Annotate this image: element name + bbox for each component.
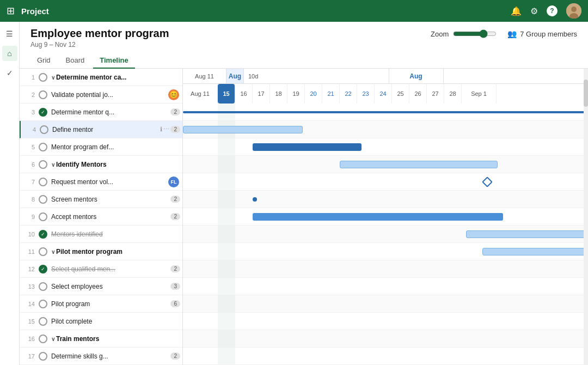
notification-icon[interactable]: 🔔: [511, 6, 522, 16]
task-row[interactable]: 6∨Identify Mentors: [20, 156, 182, 173]
nav-home[interactable]: ⌂: [2, 46, 17, 61]
gantt-day: 22: [340, 84, 357, 104]
gantt-day: 28: [444, 84, 462, 104]
row-check[interactable]: [37, 195, 49, 204]
gantt-row: [183, 191, 584, 208]
task-row[interactable]: 7Request mentor vol...FL: [20, 173, 182, 191]
row-check[interactable]: [37, 160, 49, 169]
row-check[interactable]: [37, 108, 49, 117]
gantt-area[interactable]: Aug 11 Aug 10d Aug: [183, 69, 584, 365]
row-check[interactable]: [37, 90, 49, 99]
check-circle: [39, 143, 47, 151]
check-circle: [40, 125, 48, 134]
row-check[interactable]: [37, 282, 49, 291]
row-check[interactable]: [37, 178, 49, 186]
row-check[interactable]: [37, 334, 49, 343]
info-icon[interactable]: ℹ: [160, 126, 162, 133]
task-list: 1∨Determine mentor ca...2Validate potent…: [20, 69, 183, 365]
project-dates: Aug 9 – Nov 12: [30, 41, 169, 48]
zoom-control: Zoom: [431, 29, 497, 38]
nav-check[interactable]: ✓: [2, 65, 17, 81]
group-members[interactable]: 👥 7 Group members: [507, 29, 577, 38]
task-row[interactable]: 9Accept mentors2: [20, 208, 182, 226]
tab-board[interactable]: Board: [59, 53, 91, 69]
task-name: Select employees: [49, 283, 170, 290]
task-row[interactable]: 15Pilot complete: [20, 313, 182, 330]
today-highlight: [218, 226, 235, 242]
gantt-bar: [482, 248, 584, 256]
gantt-day: 27: [427, 84, 444, 104]
scrollbar-thumb[interactable]: [584, 80, 588, 107]
gantt-row: [183, 208, 584, 226]
row-check[interactable]: [37, 73, 49, 82]
row-check[interactable]: [37, 212, 49, 221]
row-check[interactable]: [37, 230, 49, 239]
scrollbar-track[interactable]: [584, 69, 588, 365]
aug11-label: Aug 11: [195, 73, 214, 80]
gantt-month-aug11: Aug 11: [183, 69, 226, 83]
task-name: Select qualified men...: [49, 265, 170, 273]
settings-icon[interactable]: ⚙: [530, 6, 538, 16]
check-circle: [39, 90, 47, 99]
today-highlight: [218, 278, 235, 295]
task-row[interactable]: 16∨Train mentors: [20, 330, 182, 348]
task-row[interactable]: 10Mentors identified: [20, 226, 182, 243]
row-num: 16: [22, 336, 37, 342]
today-highlight: [218, 138, 235, 155]
app-container: ⊞ Project 🔔 ⚙ ? ☰ ⌂ ✓ Employee mentor pr…: [0, 0, 588, 365]
task-row[interactable]: 2Validate potential jo...😊: [20, 86, 182, 104]
task-avatar: 😊: [168, 89, 179, 100]
task-row[interactable]: 8Screen mentors2: [20, 191, 182, 208]
task-row[interactable]: 5Mentor program def...: [20, 138, 182, 156]
gantt-day: Aug 11: [183, 84, 218, 104]
task-row[interactable]: 14Pilot program6: [20, 295, 182, 313]
top-bar-icons: 🔔 ⚙ ?: [511, 3, 581, 19]
user-avatar[interactable]: [566, 3, 581, 19]
gantt-10d-label: 10d: [244, 69, 389, 83]
today-highlight: [218, 191, 235, 208]
zoom-slider[interactable]: [453, 29, 497, 38]
project-title: Employee mentor program: [30, 27, 169, 40]
nav-hamburger[interactable]: ☰: [2, 26, 17, 41]
task-row[interactable]: 17Determine skills g...2: [20, 348, 182, 365]
more-icon[interactable]: ⋯: [163, 126, 169, 133]
check-circle: [39, 160, 47, 169]
today-highlight: [218, 243, 235, 260]
app-grid-icon[interactable]: ⊞: [7, 5, 15, 17]
task-badge: 2: [170, 352, 180, 360]
task-row[interactable]: 12Select qualified men...2: [20, 260, 182, 278]
row-check[interactable]: [37, 247, 49, 256]
task-badge: 2: [170, 108, 180, 115]
task-row[interactable]: 11∨Pilot mentor program: [20, 243, 182, 260]
tab-grid[interactable]: Grid: [30, 53, 57, 69]
row-check[interactable]: [37, 300, 49, 308]
header: Employee mentor program Aug 9 – Nov 12 Z…: [20, 22, 588, 48]
row-check[interactable]: [37, 317, 49, 326]
gantt-day: 20: [305, 84, 322, 104]
task-row[interactable]: 1∨Determine mentor ca...: [20, 69, 182, 86]
check-circle: [39, 300, 47, 308]
tab-timeline[interactable]: Timeline: [93, 53, 135, 69]
task-avatar: FL: [168, 177, 179, 187]
side-nav: ☰ ⌂ ✓: [0, 22, 20, 365]
row-num: 17: [22, 353, 37, 360]
task-badge: 6: [170, 300, 180, 307]
gantt-row: [183, 243, 584, 260]
task-row[interactable]: 13Select employees3: [20, 278, 182, 295]
gantt-bar: [253, 213, 503, 221]
gantt-day: 25: [392, 84, 409, 104]
row-num: 5: [22, 144, 37, 150]
row-check[interactable]: [38, 125, 50, 134]
today-highlight: [218, 330, 235, 347]
gantt-row: [183, 173, 584, 191]
row-check[interactable]: [37, 352, 49, 361]
row-check[interactable]: [37, 143, 49, 151]
task-row[interactable]: 3Determine mentor q...2: [20, 104, 182, 121]
task-row[interactable]: 4Define mentorℹ⋯2: [20, 121, 182, 138]
row-check[interactable]: [37, 265, 49, 273]
check-circle: [39, 212, 47, 221]
help-icon[interactable]: ?: [547, 5, 558, 16]
row-num: 14: [22, 301, 37, 307]
today-highlight: [218, 173, 235, 190]
gantt-month-aug: Aug: [226, 69, 244, 83]
